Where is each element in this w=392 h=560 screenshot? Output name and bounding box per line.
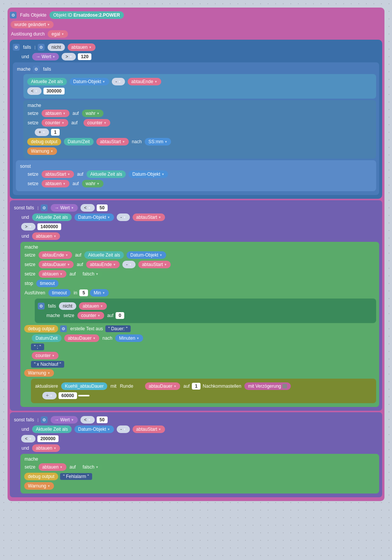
block2-debug-pill[interactable]: debug output: [27, 138, 61, 145]
block2-counter1-pill[interactable]: counter ▼: [42, 119, 68, 127]
block2-aktuelle-pill[interactable]: Aktuelle Zeit als: [27, 78, 67, 85]
block7-semicolon-text: " ; ": [31, 343, 44, 350]
block5-ausfuehren-label: Ausführen: [25, 290, 45, 295]
block5-falsch-pill[interactable]: falsch ▼: [79, 270, 102, 278]
block2-mache2-label: mache: [28, 103, 41, 108]
block5-auf-label: auf: [75, 252, 82, 258]
block8-mit-verzoegerung-pill[interactable]: mit Verzögerung: [244, 382, 291, 390]
block3-setze-row2: setze abtauen ▼ auf wahr ▼: [26, 179, 373, 188]
egal-pill[interactable]: egal ▼: [48, 30, 68, 38]
block9-abtauen-pill[interactable]: abtauen ▼: [32, 444, 60, 452]
block8-empty-box: [78, 395, 90, 396]
block5-auf2-label: auf: [77, 262, 83, 267]
block9-wert-pill[interactable]: → Wert ▼: [51, 416, 77, 424]
block6-abtauen-pill[interactable]: abtauen ▼: [79, 302, 107, 310]
block2-wahr-pill[interactable]: wahr ▼: [82, 110, 103, 117]
block1-wert-pill[interactable]: → Wert ▼: [32, 53, 59, 60]
block4-sonst-falls-label: sonst falls: [14, 205, 34, 210]
block7-debug-pill[interactable]: debug output: [24, 325, 58, 333]
block1-value120: 120: [78, 53, 91, 60]
block9-minus-pill: - ▼: [117, 425, 130, 433]
block10-debug-pill[interactable]: debug output: [24, 473, 58, 480]
block5-stop-label: stop: [25, 281, 33, 286]
block4-abtauen-pill[interactable]: abtauen ▼: [32, 232, 60, 240]
block1-abtauen-pill[interactable]: abtauen ▼: [68, 43, 96, 51]
block2-value1: 1: [51, 129, 60, 136]
block2-datum-pill[interactable]: Datum-Objekt ▼: [69, 78, 109, 85]
block5-abtauen-pill[interactable]: abtauen ▼: [39, 270, 66, 278]
block1-falls: ⚙ falls | ⚙ nicht abtauen ▼ und → Wert ▼: [10, 40, 382, 199]
block7-counter-pill[interactable]: counter ▼: [32, 352, 59, 359]
block5-timeout-pill[interactable]: timeout: [36, 280, 59, 287]
block2-warnung-pill[interactable]: Warnung ▼: [27, 147, 57, 155]
block9-und2-label: und: [22, 446, 29, 451]
block6-setze-label: setze: [63, 313, 74, 318]
block9-abtaustart-pill[interactable]: abtauStart ▼: [133, 425, 165, 433]
block10-falsch-pill[interactable]: falsch ▼: [79, 463, 102, 471]
block3-abtaustart-pill[interactable]: abtauStart ▼: [42, 170, 74, 178]
block4-datum-pill[interactable]: Datum-Objekt ▼: [74, 213, 114, 221]
block9-datum-pill[interactable]: Datum-Objekt ▼: [74, 425, 114, 433]
block9-aktuelle-pill[interactable]: Aktuelle Zeit als: [32, 425, 72, 433]
block9-row1: sonst falls | ⚙ → Wert ▼ < ▼ 50: [13, 416, 379, 424]
block2-debug-row: debug output Datum/Zeit abtauStart ▼ nac…: [26, 138, 373, 146]
block2-condition-row: Aktuelle Zeit als Datum-Objekt ▼ - ▼ abt…: [26, 77, 373, 86]
block9-sonst-falls: sonst falls | ⚙ → Wert ▼ < ▼ 50 und Aktu…: [10, 412, 382, 497]
block4-sonst-falls: sonst falls | ⚙ → Wert ▼ < ▼ 50 und Aktu…: [10, 200, 382, 411]
block5-abtauende-pill[interactable]: abtauEnde ▼: [39, 251, 72, 259]
block7-minuten-pill[interactable]: Minuten ▼: [115, 334, 143, 342]
block7-abtaudauer-pill[interactable]: abtauDauer ▼: [64, 334, 100, 342]
block2-abtauende-pill[interactable]: abtauEnde ▼: [128, 78, 161, 85]
block2-value300000: 300000: [43, 88, 65, 94]
block5-row2: setze abtauDauer ▼ auf abtauEnde ▼ - ▼: [23, 260, 376, 269]
block2-value-row: < ▼ 300000: [26, 87, 373, 95]
block5-min-pill[interactable]: Min ▼: [90, 289, 109, 297]
block2-abtaustart-pill[interactable]: abtauStart ▼: [96, 138, 129, 145]
block10-abtauen-pill[interactable]: abtauen ▼: [39, 463, 66, 471]
block8-kuehli-pill[interactable]: Kuehli_abtauDauer: [61, 382, 108, 390]
block5-setze2-label: setze: [25, 262, 35, 267]
block5-ausfuehren-row: Ausführen timeout in 5 Min ▼: [23, 289, 376, 297]
block9-lt-pill: < ▼: [80, 416, 95, 424]
block4-gear-icon: ⚙: [41, 204, 48, 211]
block2-datum-zeit-pill[interactable]: Datum/Zeit: [64, 138, 94, 145]
block6-row1: ⚙ falls nicht abtauen ▼: [38, 302, 373, 310]
block5-in-label: in: [74, 290, 77, 295]
block9-row4: und abtauen ▼: [20, 444, 379, 452]
block9-row3: < ▼ 200000: [20, 435, 379, 443]
falls-objekte-label: Falls Objekte: [20, 12, 46, 18]
block10-warnung-pill[interactable]: Warnung ▼: [24, 482, 54, 490]
block3-abtauen-pill[interactable]: abtauen ▼: [42, 180, 69, 187]
block5-aktuelle-pill[interactable]: Aktuelle Zeit als: [84, 251, 124, 259]
block6-mache-label: mache: [46, 313, 60, 318]
main-container: ⚙ Falls Objekte Objekt ID Ersatzdose:2.P…: [8, 8, 384, 501]
block5-timeout2-pill[interactable]: timeout: [48, 289, 71, 297]
block6-auf-label: auf: [107, 313, 114, 318]
block4-aktuelle-pill[interactable]: Aktuelle Zeit als: [32, 213, 72, 221]
block8-div-pill: ÷ ▼: [42, 392, 57, 399]
block4-wert-pill[interactable]: → Wert ▼: [51, 204, 77, 212]
block4-row3: > ▼ 1400000: [20, 223, 379, 231]
block8-row2: ÷ ▼ 60000: [42, 391, 373, 400]
block3-wahr-pill[interactable]: wahr ▼: [82, 180, 103, 187]
block4-abtaustart-pill[interactable]: abtauStart ▼: [133, 213, 165, 221]
block2-counter2-pill[interactable]: counter ▼: [83, 119, 110, 127]
block2-abtauen2-pill[interactable]: abtauen ▼: [42, 110, 69, 117]
block3-datum-pill[interactable]: Datum-Objekt ▼: [128, 170, 168, 178]
block1-gt-pill[interactable]: > ▼: [62, 53, 76, 60]
block7-datum-zeit-pill[interactable]: Datum/Zeit: [32, 334, 62, 342]
block5-abtauende2-pill[interactable]: abtauEnde ▼: [86, 261, 120, 268]
block5-datum-pill[interactable]: Datum-Objekt ▼: [127, 251, 166, 259]
block10-warnung-row: Warnung ▼: [23, 482, 376, 490]
block5-abtaustart-pill[interactable]: abtauStart ▼: [138, 261, 171, 268]
block2-ssmm-pill[interactable]: SS:mm ▼: [145, 138, 171, 145]
wurde-geaendert-pill[interactable]: wurde geändert ▼: [11, 21, 54, 28]
block3-aktuelle-pill[interactable]: Aktuelle Zeit als: [86, 170, 126, 178]
block2-gear-icon: ⚙: [33, 66, 40, 73]
block5-abtaudauer-pill[interactable]: abtauDauer ▼: [39, 261, 74, 268]
block7-warnung-pill[interactable]: Warnung ▼: [24, 369, 54, 377]
block9-lt2-pill: < ▼: [21, 435, 35, 442]
block8-abtaudauer-pill[interactable]: abtauDauer ▼: [145, 382, 181, 390]
objekt-id-pill[interactable]: Objekt ID Ersatzdose:2.POWER: [49, 11, 124, 19]
block6-counter-pill[interactable]: counter ▼: [77, 312, 104, 319]
